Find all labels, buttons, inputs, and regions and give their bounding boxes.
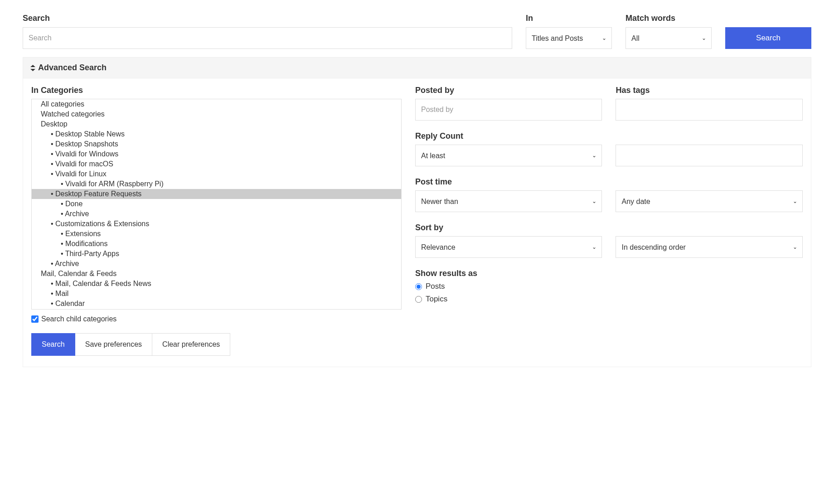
category-option[interactable]: • Mail, Calendar & Feeds News <box>32 279 401 289</box>
reply-count-block: Reply Count At least ⌄ <box>415 131 602 166</box>
posted-by-label: Posted by <box>415 86 602 95</box>
category-option[interactable]: • Third-Party Apps <box>32 249 401 259</box>
category-option[interactable]: • Mail <box>32 289 401 299</box>
match-field-group: Match words All ⌄ <box>626 14 712 49</box>
sort-by-block: Sort by Relevance ⌄ <box>415 223 602 258</box>
category-option[interactable]: Mail, Calendar & Feeds <box>32 269 401 279</box>
category-option[interactable]: • Desktop Feature Requests <box>32 189 401 199</box>
search-input[interactable] <box>23 27 512 49</box>
search-child-checkbox-row[interactable]: Search child categories <box>31 315 402 323</box>
radio-topics-label: Topics <box>426 295 447 304</box>
posted-by-block: Posted by <box>415 86 602 121</box>
search-btn-group: Search <box>725 14 811 49</box>
advanced-search-title: Advanced Search <box>38 63 107 73</box>
radio-topics-row[interactable]: Topics <box>415 295 602 304</box>
category-option[interactable]: • Vivaldi for Linux <box>32 169 401 179</box>
search-label: Search <box>23 14 512 23</box>
clear-preferences-button[interactable]: Clear preferences <box>152 333 230 356</box>
category-option[interactable]: • Vivaldi for Windows <box>32 149 401 159</box>
reply-count-select[interactable]: At least <box>415 145 602 166</box>
category-option[interactable]: • Calendar <box>32 299 401 309</box>
category-option[interactable]: • Vivaldi for macOS <box>32 159 401 169</box>
categories-listbox[interactable]: All categoriesWatched categoriesDesktop•… <box>31 99 402 310</box>
category-option[interactable]: Watched categories <box>32 109 401 119</box>
show-results-block: Show results as Posts Topics <box>415 269 602 304</box>
sort-order-select[interactable]: In descending order <box>616 236 803 258</box>
category-option[interactable]: All categories <box>32 99 401 109</box>
match-label: Match words <box>626 14 712 23</box>
advanced-search-panel: Advanced Search In Categories All catego… <box>23 57 811 367</box>
category-option[interactable]: • Modifications <box>32 239 401 249</box>
panel-body: In Categories All categoriesWatched cate… <box>23 78 811 367</box>
in-label: In <box>526 14 612 23</box>
post-time-select[interactable]: Newer than <box>415 190 602 212</box>
post-date-select[interactable]: Any date <box>616 190 803 212</box>
spacer-label <box>725 14 811 23</box>
category-option[interactable]: • Desktop Stable News <box>32 129 401 139</box>
search-field-group: Search <box>23 14 512 49</box>
sort-icon <box>30 65 35 71</box>
post-time-label: Post time <box>415 177 602 187</box>
category-option[interactable]: • Customizations & Extensions <box>32 219 401 229</box>
radio-posts[interactable] <box>415 283 422 290</box>
sort-by-label: Sort by <box>415 223 602 233</box>
reply-count-value-block <box>616 131 803 166</box>
right-column-a: Posted by Reply Count At least ⌄ Post ti… <box>415 86 602 356</box>
has-tags-block: Has tags <box>616 86 803 121</box>
has-tags-input[interactable] <box>616 99 803 121</box>
posted-by-input[interactable] <box>415 99 602 121</box>
left-column: In Categories All categoriesWatched cate… <box>31 86 402 356</box>
sort-by-select[interactable]: Relevance <box>415 236 602 258</box>
search-button-bottom[interactable]: Search <box>31 333 75 356</box>
reply-count-input[interactable] <box>616 145 803 166</box>
category-option[interactable]: • Vivaldi for ARM (Raspberry Pi) <box>32 179 401 189</box>
match-select[interactable]: All <box>626 27 712 49</box>
radio-posts-row[interactable]: Posts <box>415 282 602 291</box>
show-results-label: Show results as <box>415 269 602 278</box>
radio-topics[interactable] <box>415 296 422 303</box>
right-column-b: Has tags Any date ⌄ <box>616 86 803 356</box>
category-option[interactable]: • Archive <box>32 259 401 269</box>
button-row: Search Save preferences Clear preference… <box>31 333 402 356</box>
right-column: Posted by Reply Count At least ⌄ Post ti… <box>415 86 803 356</box>
category-option[interactable]: • Archive <box>32 209 401 219</box>
category-option[interactable]: • Done <box>32 199 401 209</box>
search-top-row: Search In Titles and Posts ⌄ Match words… <box>23 14 811 49</box>
reply-count-label: Reply Count <box>415 131 602 141</box>
in-select[interactable]: Titles and Posts <box>526 27 612 49</box>
save-preferences-button[interactable]: Save preferences <box>75 333 152 356</box>
in-field-group: In Titles and Posts ⌄ <box>526 14 612 49</box>
category-option[interactable]: • Desktop Snapshots <box>32 139 401 149</box>
post-time-block: Post time Newer than ⌄ <box>415 177 602 212</box>
search-child-checkbox[interactable] <box>31 315 39 323</box>
post-date-block: Any date ⌄ <box>616 177 803 212</box>
advanced-search-toggle[interactable]: Advanced Search <box>23 58 811 78</box>
categories-label: In Categories <box>31 86 402 95</box>
sort-order-block: In descending order ⌄ <box>616 223 803 258</box>
category-option[interactable]: • Extensions <box>32 229 401 239</box>
has-tags-label: Has tags <box>616 86 803 95</box>
radio-posts-label: Posts <box>426 282 445 291</box>
category-option[interactable]: Desktop <box>32 119 401 129</box>
search-child-label: Search child categories <box>41 315 116 323</box>
search-button-top[interactable]: Search <box>725 27 811 49</box>
